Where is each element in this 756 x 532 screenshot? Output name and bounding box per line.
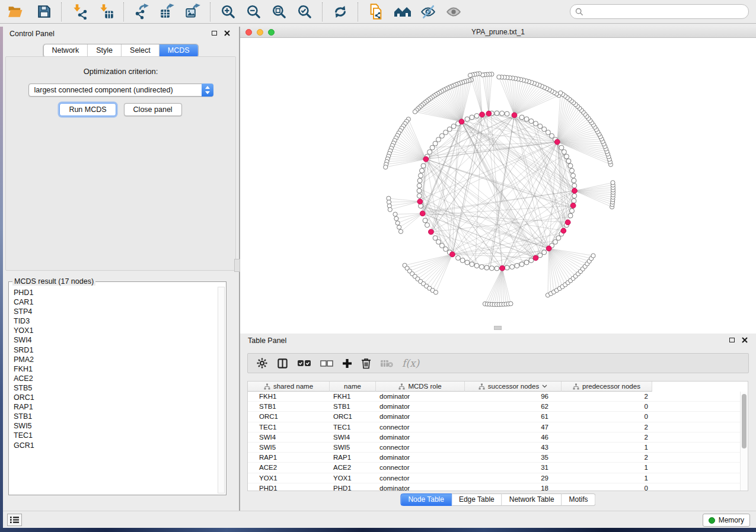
cell-shared-name[interactable]: SWI4 [248, 432, 330, 442]
cell-MCDS-role[interactable]: dominator [376, 432, 465, 442]
cell-successor-nodes[interactable]: 35 [465, 453, 562, 462]
graph-node[interactable] [423, 218, 428, 223]
graph-node[interactable] [444, 247, 448, 252]
graph-dominator-node[interactable] [486, 111, 492, 116]
graph-node[interactable] [559, 145, 564, 150]
graph-node[interactable] [572, 178, 576, 183]
cell-MCDS-role[interactable]: connector [376, 473, 465, 483]
tab-node-table[interactable]: Node Table [400, 493, 452, 506]
table-scrollbar[interactable] [740, 392, 748, 491]
refresh-layout-button[interactable] [330, 2, 350, 21]
table-scrollbar-thumb[interactable] [742, 394, 747, 448]
graph-node[interactable] [451, 124, 456, 129]
graph-node[interactable] [591, 254, 595, 258]
graph-node[interactable] [572, 194, 577, 198]
table-row[interactable]: TEC1TEC1connector472 [248, 422, 748, 432]
mcds-result-item[interactable]: ORC1 [14, 393, 216, 402]
graph-node[interactable] [394, 216, 398, 220]
tab-edge-table[interactable]: Edge Table [452, 493, 502, 506]
graph-node[interactable] [384, 165, 388, 169]
mcds-result-item[interactable]: GCR1 [14, 441, 216, 450]
delete-column-icon[interactable] [361, 358, 371, 369]
graph-node[interactable] [388, 207, 392, 211]
cell-name[interactable]: PHD1 [330, 483, 376, 491]
graph-node[interactable] [550, 133, 554, 138]
graph-node[interactable] [430, 145, 435, 150]
cell-successor-nodes[interactable]: 31 [465, 463, 562, 472]
graph-node[interactable] [439, 243, 444, 248]
graph-node[interactable] [611, 181, 615, 185]
cell-shared-name[interactable]: FKH1 [248, 392, 330, 401]
memory-button[interactable]: Memory [703, 514, 750, 527]
graph-node[interactable] [559, 91, 563, 95]
graph-node[interactable] [433, 236, 438, 241]
graph-node[interactable] [398, 229, 403, 233]
graph-dominator-node[interactable] [554, 139, 560, 145]
table-row[interactable]: RAP1RAP1dominator352 [248, 453, 748, 463]
graph-node[interactable] [571, 173, 576, 178]
cell-predecessor-nodes[interactable]: 1 [562, 443, 652, 452]
cell-name[interactable]: SWI5 [330, 443, 376, 452]
graph-node[interactable] [433, 141, 438, 146]
tab-select[interactable]: Select [121, 44, 159, 57]
cell-predecessor-nodes[interactable]: 2 [562, 432, 652, 442]
cell-successor-nodes[interactable]: 62 [465, 402, 562, 411]
mcds-result-item[interactable]: TID3 [14, 316, 216, 326]
table-row[interactable]: STB1STB1dominator620 [248, 402, 748, 412]
cell-MCDS-role[interactable]: dominator [376, 483, 465, 491]
graph-node[interactable] [524, 260, 529, 265]
graph-node[interactable] [556, 236, 561, 241]
graph-node[interactable] [474, 114, 479, 118]
graph-dominator-node[interactable] [570, 203, 576, 209]
graph-node[interactable] [393, 212, 397, 216]
graph-dominator-node[interactable] [546, 246, 551, 251]
graph-node[interactable] [570, 209, 575, 213]
graph-node[interactable] [546, 130, 550, 135]
graph-node[interactable] [433, 290, 438, 294]
graph-dominator-node[interactable] [480, 112, 485, 117]
graph-node[interactable] [474, 264, 479, 268]
table-row[interactable]: SWI5SWI5connector431 [248, 443, 748, 453]
graph-node[interactable] [564, 154, 569, 159]
horizontal-splitter-handle[interactable] [494, 326, 502, 330]
zoom-out-button[interactable] [244, 2, 264, 21]
mcds-result-item[interactable]: FKH1 [14, 364, 216, 374]
graph-dominator-node[interactable] [500, 265, 505, 271]
graph-node[interactable] [566, 159, 571, 164]
graph-node[interactable] [397, 225, 401, 229]
cell-name[interactable]: STB1 [330, 402, 376, 411]
save-session-button[interactable] [34, 2, 54, 21]
close-panel-button[interactable]: Close panel [124, 103, 182, 116]
select-all-rows-icon[interactable] [297, 359, 311, 367]
hide-graphics-details-button[interactable] [418, 2, 438, 21]
graph-dominator-node[interactable] [565, 220, 570, 225]
columns-icon[interactable] [277, 358, 288, 369]
clone-network-button[interactable] [366, 2, 386, 21]
cell-name[interactable]: TEC1 [330, 422, 376, 432]
graph-node[interactable] [568, 164, 573, 168]
mcds-result-list[interactable]: PHD1CAR1STP4TID3YOX1SWI4SRD1PMA2FKH1ACE2… [9, 286, 216, 494]
column-header-successor-nodes[interactable]: successor nodes [465, 382, 562, 392]
search-input[interactable] [586, 7, 748, 17]
graph-dominator-node[interactable] [572, 188, 578, 194]
graph-node[interactable] [436, 137, 441, 142]
graph-node[interactable] [515, 264, 519, 268]
graph-node[interactable] [417, 194, 422, 198]
export-table-button[interactable] [157, 2, 177, 21]
tab-mcds[interactable]: MCDS [159, 44, 198, 57]
zoom-in-button[interactable] [218, 2, 238, 21]
open-file-button[interactable] [5, 2, 25, 21]
criterion-select[interactable]: largest connected component (undirected) [28, 84, 213, 97]
cell-shared-name[interactable]: ACE2 [248, 463, 330, 472]
cell-shared-name[interactable]: YOX1 [248, 473, 330, 483]
cell-successor-nodes[interactable]: 29 [465, 473, 562, 483]
cell-predecessor-nodes[interactable]: 2 [562, 453, 652, 462]
graph-node[interactable] [420, 168, 425, 173]
cell-predecessor-nodes[interactable]: 1 [562, 463, 652, 472]
close-panel-icon[interactable] [224, 30, 230, 36]
graph-node[interactable] [417, 183, 422, 188]
gear-icon[interactable] [256, 357, 268, 369]
graph-node[interactable] [413, 110, 417, 114]
search-box[interactable] [570, 4, 749, 19]
run-mcds-button[interactable]: Run MCDS [59, 103, 116, 116]
